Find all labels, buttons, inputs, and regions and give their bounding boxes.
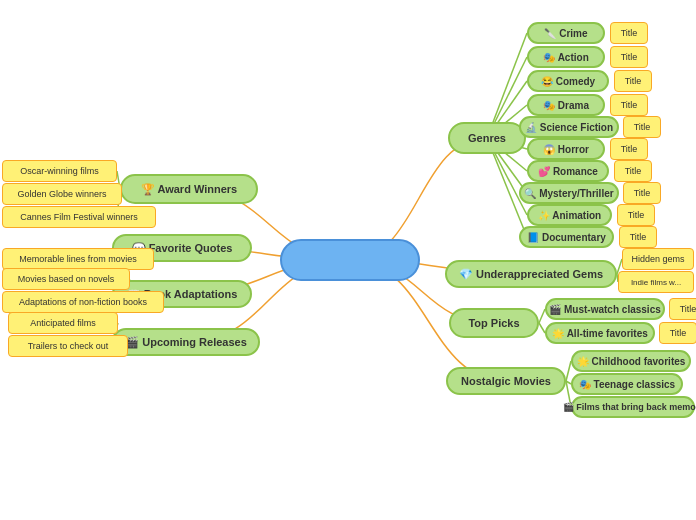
tag-mystery: Title xyxy=(623,182,661,204)
branch-award-winners[interactable]: 🏆 Award Winners xyxy=(120,174,258,204)
tag-anticipated: Anticipated films xyxy=(8,312,118,334)
tag-all-time: Title xyxy=(659,322,696,344)
tag-trailers: Trailers to check out xyxy=(8,335,128,357)
branch-underappreciated-gems[interactable]: 💎 Underappreciated Gems xyxy=(445,260,617,288)
tag-romance: Title xyxy=(614,160,652,182)
leaf-documentary[interactable]: 📘 Documentary xyxy=(519,226,614,248)
tag-cannes: Cannes Film Festival winners xyxy=(2,206,156,228)
leaf-mystery[interactable]: 🔍 Mystery/Thriller xyxy=(519,182,619,204)
tag-must-watch: Title xyxy=(669,298,696,320)
tag-hidden-gems: Hidden gems xyxy=(622,248,694,270)
branch-genres[interactable]: Genres xyxy=(448,122,526,154)
tag-scifi: Title xyxy=(623,116,661,138)
tag-indie-films: Indie films w... xyxy=(618,271,694,293)
leaf-comedy[interactable]: 😂 Comedy xyxy=(527,70,609,92)
tag-comedy: Title xyxy=(614,70,652,92)
leaf-horror[interactable]: 😱 Horror xyxy=(527,138,605,160)
branch-nostalgic-movies[interactable]: Nostalgic Movies xyxy=(446,367,566,395)
leaf-action[interactable]: 🎭 Action xyxy=(527,46,605,68)
leaf-scifi[interactable]: 🔬 Science Fiction xyxy=(519,116,619,138)
leaf-must-watch[interactable]: 🎬 Must-watch classics xyxy=(545,298,665,320)
tag-memorable-lines: Memorable lines from movies xyxy=(2,248,154,270)
leaf-animation[interactable]: ✨ Animation xyxy=(527,204,612,226)
tag-oscar: Oscar-winning films xyxy=(2,160,117,182)
svg-line-30 xyxy=(539,309,545,323)
leaf-romance[interactable]: 💕 Romance xyxy=(527,160,609,182)
leaf-bring-back[interactable]: 🎬 Films that bring back memo... xyxy=(571,396,695,418)
tag-action: Title xyxy=(610,46,648,68)
leaf-crime[interactable]: 🔪 Crime xyxy=(527,22,605,44)
tag-animation: Title xyxy=(617,204,655,226)
tag-novels: Movies based on novels xyxy=(2,268,130,290)
tag-crime: Title xyxy=(610,22,648,44)
leaf-childhood[interactable]: 🌟 Childhood favorites xyxy=(571,350,691,372)
leaf-all-time-favorites[interactable]: 🌟 All-time favorites xyxy=(545,322,655,344)
tag-nonfiction: Adaptations of non-fiction books xyxy=(2,291,164,313)
tag-drama: Title xyxy=(610,94,648,116)
branch-upcoming-releases[interactable]: 🎬 Upcoming Releases xyxy=(112,328,260,356)
center-node[interactable] xyxy=(280,239,420,281)
tag-documentary: Title xyxy=(619,226,657,248)
leaf-drama[interactable]: 🎭 Drama xyxy=(527,94,605,116)
branch-top-picks[interactable]: Top Picks xyxy=(449,308,539,338)
tag-horror: Title xyxy=(610,138,648,160)
tag-golden-globe: Golden Globe winners xyxy=(2,183,122,205)
leaf-teenage[interactable]: 🎭 Teenage classics xyxy=(571,373,683,395)
svg-line-32 xyxy=(566,361,571,381)
